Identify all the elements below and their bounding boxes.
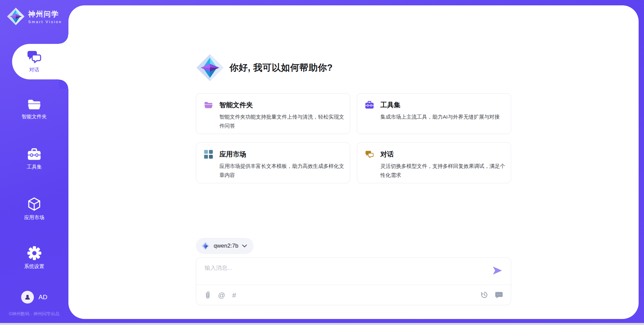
- greeting-row: 你好, 我可以如何帮助你?: [196, 54, 333, 82]
- composer-toolbar: @ #: [196, 285, 511, 305]
- brand-tagline: Smart Vision: [28, 20, 62, 24]
- chat-bubbles-icon: [26, 50, 42, 64]
- sidebar-item-settings[interactable]: 系统设置: [0, 246, 68, 270]
- sidebar-item-folders[interactable]: 智能文件夹: [0, 99, 68, 120]
- card-chat[interactable]: 对话 灵活切换多模型文件，支持多样回复效果调试，满足个性化需求: [357, 142, 511, 183]
- avatar: [21, 291, 34, 304]
- user-initials: AD: [39, 294, 47, 301]
- cube-icon: [27, 197, 41, 211]
- greeting-diamond-icon: [196, 54, 224, 82]
- card-smart-folders[interactable]: 智能文件夹 智能文件夹功能支持批量文件上传与清洗，轻松实现文件问答: [196, 93, 350, 134]
- sidebar-item-label: 系统设置: [24, 263, 44, 270]
- main-panel: 你好, 我可以如何帮助你? 智能文件夹 智能文件夹功能支持批量文件上传与清洗，轻…: [68, 5, 639, 319]
- card-description: 应用市场提供丰富长文本模板，助力高效生成多样化文章内容: [219, 161, 345, 180]
- send-icon: [492, 266, 503, 275]
- sidebar-item-chat[interactable]: 对话: [0, 50, 68, 73]
- toolbox-icon: [365, 101, 374, 110]
- brand-name: 神州问学: [28, 9, 62, 19]
- sidebar: 神州问学 Smart Vision 对话 智能文件夹 工具集: [0, 0, 68, 323]
- message-input[interactable]: [205, 263, 486, 273]
- model-name: qwen2:7b: [214, 243, 238, 249]
- send-button[interactable]: [492, 266, 503, 275]
- card-description: 智能文件夹功能支持批量文件上传与清洗，轻松实现文件问答: [219, 112, 345, 130]
- at-icon[interactable]: @: [218, 291, 225, 299]
- chevron-down-icon: [242, 245, 247, 247]
- main-content: 你好, 我可以如何帮助你? 智能文件夹 智能文件夹功能支持批量文件上传与清洗，轻…: [196, 5, 511, 319]
- sidebar-footer: ©神州数码 · 神州问学出品: [0, 311, 68, 317]
- card-description: 灵活切换多模型文件，支持多样回复效果调试，满足个性化需求: [380, 161, 506, 180]
- card-title: 对话: [380, 150, 394, 159]
- paperclip-icon[interactable]: [204, 291, 211, 299]
- sidebar-item-label: 工具集: [27, 164, 42, 170]
- card-app-market[interactable]: 应用市场 应用市场提供丰富长文本模板，助力高效生成多样化文章内容: [196, 142, 350, 183]
- gear-icon: [27, 246, 42, 260]
- briefcase-icon: [27, 148, 41, 161]
- folder-icon: [27, 99, 41, 111]
- greeting-title: 你好, 我可以如何帮助你?: [229, 62, 333, 74]
- card-title: 应用市场: [219, 150, 246, 159]
- window-bottom-edge: [0, 323, 644, 325]
- chat-filled-icon[interactable]: [495, 291, 503, 299]
- hash-icon[interactable]: #: [232, 291, 236, 299]
- sidebar-item-label: 智能文件夹: [22, 114, 47, 120]
- card-title: 智能文件夹: [219, 101, 253, 110]
- brand-logo: 神州问学 Smart Vision: [7, 7, 62, 25]
- user-profile[interactable]: AD: [0, 291, 68, 304]
- card-title: 工具集: [380, 101, 400, 110]
- sidebar-item-label: 应用市场: [24, 214, 44, 221]
- message-composer: @ #: [196, 257, 511, 305]
- brand-diamond-icon: [7, 7, 25, 25]
- sidebar-item-tools[interactable]: 工具集: [0, 148, 68, 170]
- sidebar-item-market[interactable]: 应用市场: [0, 197, 68, 221]
- sidebar-item-label: 对话: [29, 67, 39, 73]
- feature-cards: 智能文件夹 智能文件夹功能支持批量文件上传与清洗，轻松实现文件问答 工具集 集成…: [196, 93, 511, 183]
- folder-open-icon: [204, 101, 213, 110]
- card-toolset[interactable]: 工具集 集成市场上主流工具，助力AI与外界无缝扩展与对接: [357, 93, 511, 134]
- card-description: 集成市场上主流工具，助力AI与外界无缝扩展与对接: [380, 112, 506, 121]
- model-selector[interactable]: qwen2:7b: [196, 238, 254, 254]
- chat-bubbles-icon: [365, 150, 374, 159]
- person-icon: [24, 294, 31, 301]
- history-icon[interactable]: [481, 291, 488, 299]
- apps-grid-icon: [204, 150, 213, 159]
- model-diamond-icon: [201, 242, 210, 250]
